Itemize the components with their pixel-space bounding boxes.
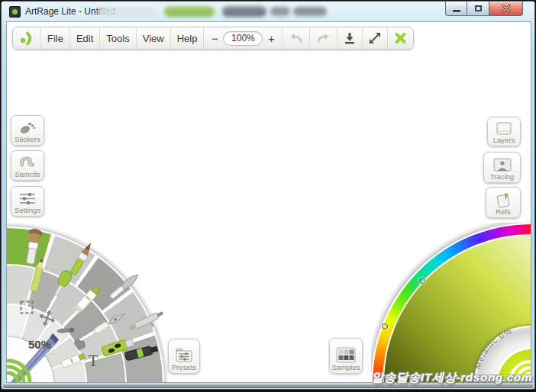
- stickers-label: Stickers: [15, 136, 40, 143]
- settings-panel-button[interactable]: Settings: [11, 186, 44, 217]
- close-x-icon: [501, 4, 512, 13]
- window-frame: ArtRage Lite - Untitled: [1, 1, 535, 390]
- window-controls: [445, 2, 523, 16]
- resize-canvas-button[interactable]: [363, 27, 388, 49]
- footprints-icon: [18, 120, 37, 136]
- menu-file[interactable]: File: [41, 27, 70, 49]
- censored-item: [222, 6, 266, 17]
- artrage-corner-swoosh-icon: [7, 352, 39, 383]
- maximize-icon: [475, 5, 482, 11]
- app-icon: [9, 6, 21, 18]
- censored-item: [270, 7, 290, 16]
- menu-help[interactable]: Help: [171, 27, 205, 49]
- undo-button[interactable]: [283, 27, 310, 49]
- minimize-icon: [453, 10, 460, 12]
- resize-canvas-icon: [369, 32, 381, 44]
- canvas[interactable]: File Edit Tools View Help − 100% +: [6, 21, 531, 383]
- refs-panel-button[interactable]: Refs: [486, 187, 521, 218]
- stencils-panel-button[interactable]: Stencils: [11, 150, 44, 181]
- menu-tools[interactable]: Tools: [100, 27, 136, 49]
- censored-item: [164, 6, 215, 17]
- presets-button[interactable]: Presets: [168, 339, 200, 374]
- sliders-icon: [18, 191, 37, 207]
- pinned-note-icon: [493, 191, 513, 208]
- samples-grid-icon: [335, 346, 357, 364]
- samples-label: Samples: [332, 364, 360, 371]
- zoom-value-field[interactable]: 100%: [223, 31, 263, 46]
- redo-icon: [316, 33, 331, 44]
- export-download-icon: [344, 32, 356, 44]
- tool-selection[interactable]: [20, 300, 34, 318]
- settings-label: Settings: [15, 207, 40, 214]
- stencil-curve-icon: [18, 155, 37, 171]
- maximize-button[interactable]: [467, 2, 489, 16]
- main-toolbar: File Edit Tools View Help − 100% +: [12, 27, 414, 50]
- layers-label: Layers: [493, 137, 515, 144]
- presets-label: Presets: [172, 364, 196, 371]
- artrage-menu-button[interactable]: [13, 27, 41, 49]
- titlebar[interactable]: ArtRage Lite - Untitled: [2, 2, 534, 21]
- color-field-marker[interactable]: [419, 278, 425, 284]
- redo-button[interactable]: [310, 27, 337, 49]
- layers-panel-button[interactable]: Layers: [487, 117, 521, 146]
- presets-folder-icon: [174, 347, 194, 364]
- menu-edit[interactable]: Edit: [70, 27, 100, 49]
- samples-button[interactable]: Samples: [329, 338, 363, 374]
- menu-view[interactable]: View: [137, 27, 171, 49]
- quick-close-button[interactable]: [388, 27, 413, 49]
- watermark: 알송달송IT세상-rdsong.com: [372, 370, 532, 386]
- censored-item: [293, 7, 327, 16]
- tool-size-label: 50%: [28, 338, 51, 351]
- zoom-in-button[interactable]: +: [266, 32, 276, 45]
- tracing-label: Tracing: [490, 173, 514, 181]
- censored-item: [98, 8, 157, 16]
- stencils-label: Stencils: [15, 171, 40, 178]
- zoom-controls: − 100% +: [204, 27, 283, 49]
- close-button[interactable]: [489, 2, 523, 16]
- hue-marker[interactable]: [382, 323, 388, 329]
- undo-icon: [289, 33, 303, 44]
- stickers-panel-button[interactable]: Stickers: [11, 115, 44, 146]
- tracing-photo-icon: [492, 157, 513, 173]
- layer-sheet-icon: [494, 121, 514, 137]
- color-picker-wheel[interactable]: Metallic 0%: [371, 223, 531, 383]
- quick-close-icon: [394, 32, 407, 44]
- zoom-out-button[interactable]: −: [209, 32, 220, 45]
- tracing-panel-button[interactable]: Tracing: [483, 152, 521, 183]
- minimize-button[interactable]: [445, 2, 467, 16]
- app-window: ArtRage Lite - Untitled: [0, 0, 536, 392]
- export-button[interactable]: [337, 27, 363, 49]
- artrage-swoosh-icon: [19, 31, 34, 46]
- refs-label: Refs: [496, 208, 511, 216]
